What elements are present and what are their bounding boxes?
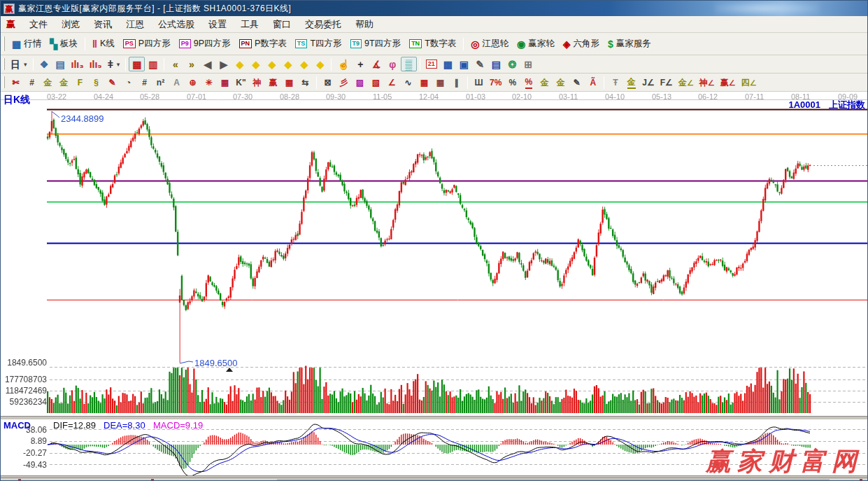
shen-angle-button[interactable]: 神∠ xyxy=(697,75,718,90)
menu-item-10[interactable]: 帮助 xyxy=(348,16,380,33)
skip-end-button[interactable]: » xyxy=(183,57,199,71)
maze-tool-button[interactable]: ▒ xyxy=(401,57,417,71)
expand-x-button[interactable]: ◆ xyxy=(264,57,280,71)
grid-123-button[interactable]: ▦ xyxy=(281,75,297,90)
sectors-button[interactable]: ▚板块 xyxy=(45,36,82,53)
menu-item-6[interactable]: 设置 xyxy=(201,16,234,33)
price-grid-1-button[interactable]: ▦ xyxy=(416,75,432,90)
step-back-button[interactable]: ◀ xyxy=(199,57,215,71)
a-wave-button[interactable]: Ã xyxy=(585,75,601,90)
pen-bars-button[interactable]: ✎ xyxy=(569,75,585,90)
volume-compare-button[interactable]: Ш xyxy=(471,75,487,90)
fan-box-1-button[interactable]: ▨ xyxy=(352,75,368,90)
candle-style-button[interactable]: ǂ▾ xyxy=(105,57,123,71)
k-mark-button[interactable]: K" xyxy=(233,75,249,90)
9p-square-button[interactable]: P99P四方形 xyxy=(175,36,235,53)
notes-button[interactable]: ✎ xyxy=(472,57,488,71)
color-chart-button[interactable]: ▥ xyxy=(145,57,161,71)
fan-lines-button[interactable]: 彡 xyxy=(336,75,352,90)
calendar-21-button[interactable]: 21 xyxy=(423,57,440,71)
crosshair-button[interactable]: + xyxy=(353,57,369,71)
print-button[interactable]: ⊞ xyxy=(520,57,536,71)
p-table-button[interactable]: PNP数字表 xyxy=(235,36,291,53)
level-ruler-button[interactable]: Ŧ xyxy=(607,75,623,90)
parallel-lines-button[interactable]: ∥ xyxy=(448,75,464,90)
percent-button[interactable]: % xyxy=(504,75,520,90)
j-angle-button[interactable]: J∠ xyxy=(639,75,657,90)
menu-item-5[interactable]: 公式选股 xyxy=(151,16,201,33)
zigzag-lines-button[interactable]: ∿ xyxy=(400,75,416,90)
gann-wheel-button[interactable]: ◎江恩轮 xyxy=(467,36,513,53)
range-arrows-button[interactable]: ⇆ xyxy=(297,75,313,90)
t-table-button[interactable]: TNT数字表 xyxy=(405,36,460,53)
percent-line-button[interactable]: % xyxy=(520,75,536,90)
gold-ruler-1-button[interactable]: 金 xyxy=(40,75,56,90)
gold-line-button[interactable]: 金 xyxy=(553,75,569,90)
n-square-button[interactable]: n² xyxy=(152,75,169,90)
web-circle-button[interactable]: ✳ xyxy=(201,75,217,90)
hexagon-button[interactable]: ◈六角形 xyxy=(559,36,604,53)
angle-measure-button[interactable]: ∡ xyxy=(369,57,385,71)
toolbar-grip[interactable] xyxy=(3,36,5,52)
web-square-button[interactable]: ▦ xyxy=(217,75,233,90)
box-tool-button[interactable]: ⊠ xyxy=(320,75,336,90)
gold-ruler-2-button[interactable]: 金 xyxy=(56,75,72,90)
p-square-button[interactable]: PSP四方形 xyxy=(119,36,175,53)
f-angle-button[interactable]: F∠ xyxy=(657,75,676,90)
chart-9-button[interactable]: ılı₉ xyxy=(87,57,105,71)
t-square-button[interactable]: TST四方形 xyxy=(291,36,346,53)
percent-7-button[interactable]: 7% xyxy=(487,75,504,90)
compress-x-button[interactable]: ◆ xyxy=(280,57,296,71)
menu-item-9[interactable]: 交易委托 xyxy=(298,16,348,33)
chart-scrollbar[interactable] xyxy=(1,477,868,481)
calculator-button[interactable]: ▦ xyxy=(440,57,456,71)
menu-item-4[interactable]: 江恩 xyxy=(119,16,151,33)
network-button[interactable]: ❂ xyxy=(504,57,520,71)
quotes-button[interactable]: ▦行情 xyxy=(8,36,45,53)
period-day-button[interactable]: 日▾ xyxy=(8,57,30,71)
kline-button[interactable]: ǁK线 xyxy=(88,36,119,53)
price-grid-2-button[interactable]: ▦ xyxy=(432,75,448,90)
9t-square-button[interactable]: T99T四方形 xyxy=(346,36,406,53)
gold-angle-button[interactable]: 金∠ xyxy=(676,75,697,90)
circle-cross-button[interactable]: ⊕ xyxy=(185,75,201,90)
fan-box-2-button[interactable]: ▧ xyxy=(368,75,384,90)
step-forward-button[interactable]: ▶ xyxy=(215,57,232,71)
save-button[interactable]: ▤ xyxy=(488,57,504,71)
menu-item-3[interactable]: 资讯 xyxy=(87,16,119,33)
gann-lattice-button[interactable]: ▩ xyxy=(129,57,145,71)
toolbar-grip[interactable] xyxy=(3,58,5,71)
calculator-2-button[interactable]: ▣ xyxy=(456,57,472,71)
shen-ruler-button[interactable]: 神 xyxy=(249,75,265,90)
grid-ruler-button[interactable]: # xyxy=(24,75,40,90)
gold-underline-button[interactable]: 金 xyxy=(623,75,639,90)
hand-tool-button[interactable]: ☝ xyxy=(334,57,352,71)
a-measure-button[interactable]: A xyxy=(169,75,185,90)
chart-3-button[interactable]: ılı₃ xyxy=(69,57,87,71)
gold-circle-button[interactable]: 金 xyxy=(536,75,553,90)
menu-item-1[interactable]: 文件 xyxy=(22,16,55,33)
f-ruler-button[interactable]: F xyxy=(72,75,88,90)
angle-lines-button[interactable]: ∠ xyxy=(384,75,400,90)
info-doc-button[interactable]: ▤ xyxy=(52,57,69,71)
expand-all-button[interactable]: ◆ xyxy=(296,57,312,71)
four-angle-button[interactable]: 四∠ xyxy=(739,75,760,90)
winner-service-button[interactable]: $赢家服务 xyxy=(604,36,655,53)
toolbar-grip[interactable] xyxy=(3,76,5,89)
draw-pen-button[interactable]: ✎ xyxy=(104,75,120,90)
gann-tool-button[interactable]: φ xyxy=(385,57,401,71)
menu-item-7[interactable]: 工具 xyxy=(234,16,266,33)
spiral-ruler-button[interactable]: § xyxy=(88,75,104,90)
draw-knife-button[interactable]: ✄ xyxy=(8,75,24,90)
ying-ruler-button[interactable]: 赢 xyxy=(265,75,281,90)
winner-wheel-button[interactable]: ◉赢家轮 xyxy=(513,36,559,53)
restore-view-button[interactable]: ◆ xyxy=(312,57,328,71)
zoom-left-button[interactable]: ◆ xyxy=(232,57,248,71)
hash-ruler-button[interactable]: # xyxy=(136,75,152,90)
ying-angle-button[interactable]: 赢∠ xyxy=(718,75,739,90)
menu-item-8[interactable]: 窗口 xyxy=(266,16,298,33)
zoom-right-button[interactable]: ◆ xyxy=(248,57,264,71)
formula-mask-button[interactable]: ❖ xyxy=(36,57,52,71)
skip-start-button[interactable]: « xyxy=(167,57,183,71)
clock-cycle-button[interactable]: ◔ xyxy=(120,75,136,90)
